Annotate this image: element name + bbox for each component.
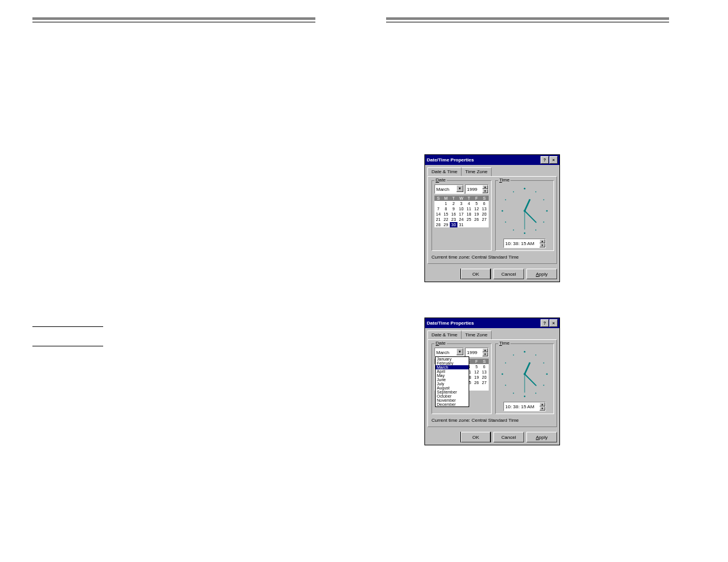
svg-point-22: [535, 393, 536, 394]
ok-button[interactable]: OK: [460, 269, 491, 279]
svg-point-26: [502, 373, 503, 375]
svg-point-12: [513, 191, 514, 193]
list-item[interactable]: June: [436, 378, 469, 382]
tab-time-zone[interactable]: Time Zone: [461, 167, 492, 176]
selected-day: 30: [450, 222, 457, 227]
calendar-header: SMTWTFS: [434, 196, 489, 201]
time-label: ime: [502, 177, 510, 183]
titlebar: Date/Time Properties ? ×: [425, 318, 559, 328]
svg-point-23: [524, 395, 526, 397]
list-item[interactable]: October: [436, 394, 469, 398]
year-value: 1999: [467, 350, 477, 355]
list-item[interactable]: November: [436, 398, 469, 402]
time-value: 10: 38: 15 AM: [505, 241, 534, 246]
timezone-status: Current time zone: Central Standard Time: [431, 254, 553, 260]
separator-line: [32, 326, 103, 327]
cancel-button[interactable]: Cancel: [493, 432, 524, 442]
up-arrow-icon[interactable]: ▲: [482, 348, 488, 352]
svg-point-7: [524, 232, 526, 234]
date-group: Date March ▼ January February March: [431, 343, 492, 414]
cancel-button[interactable]: Cancel: [493, 269, 524, 279]
dialog-title: Date/Time Properties: [427, 157, 474, 163]
chevron-down-icon[interactable]: ▼: [456, 348, 463, 355]
date-label: ate: [439, 177, 446, 183]
tab-date-time[interactable]: Date & Time: [427, 330, 462, 339]
list-item[interactable]: July: [436, 382, 469, 386]
svg-point-9: [505, 222, 506, 223]
list-item[interactable]: February: [436, 361, 469, 365]
svg-point-5: [543, 222, 545, 223]
svg-point-2: [535, 191, 536, 193]
list-item[interactable]: August: [436, 386, 469, 390]
time-value: 10: 38: 15 AM: [505, 404, 534, 409]
svg-point-11: [505, 199, 506, 200]
apply-button[interactable]: Apply: [526, 269, 557, 279]
svg-point-24: [513, 393, 514, 394]
tab-date-time[interactable]: Date & Time: [427, 167, 462, 176]
up-arrow-icon[interactable]: ▲: [539, 239, 545, 243]
month-dropdown-open[interactable]: March ▼ January February March April May…: [434, 348, 464, 357]
date-group: Date March ▼ 1999 ▲▼: [431, 180, 492, 251]
svg-point-27: [505, 362, 506, 363]
right-column: Date/Time Properties ? × Date & Time Tim…: [386, 18, 669, 562]
month-dropdown[interactable]: March ▼: [434, 184, 464, 194]
separator-line: [32, 346, 103, 346]
year-value: 1999: [467, 187, 477, 192]
month-value: March: [436, 350, 449, 355]
list-item[interactable]: September: [436, 390, 469, 394]
time-group: Time 10: 3: [495, 180, 554, 251]
svg-point-8: [513, 230, 514, 231]
titlebar: Date/Time Properties ? ×: [425, 155, 559, 165]
help-button[interactable]: ?: [541, 319, 549, 327]
up-arrow-icon[interactable]: ▲: [482, 185, 488, 189]
svg-point-28: [513, 355, 514, 356]
month-dropdown-list[interactable]: January February March April May June Ju…: [435, 356, 469, 407]
close-button[interactable]: ×: [549, 319, 558, 327]
tab-time-zone[interactable]: Time Zone: [461, 330, 492, 339]
svg-line-29: [525, 362, 530, 374]
svg-point-1: [524, 188, 526, 190]
down-arrow-icon[interactable]: ▼: [539, 243, 545, 247]
list-item[interactable]: April: [436, 369, 469, 373]
svg-point-19: [543, 362, 545, 363]
list-item[interactable]: January: [436, 357, 469, 361]
time-group: Time 10: 3: [495, 343, 554, 414]
apply-button[interactable]: Apply: [526, 432, 557, 442]
svg-point-10: [502, 210, 503, 212]
date-time-properties-dialog-expanded: Date/Time Properties ? × Date & Time Tim…: [424, 318, 560, 445]
time-input[interactable]: 10: 38: 15 AM ▲▼: [503, 239, 546, 248]
down-arrow-icon[interactable]: ▼: [482, 189, 488, 193]
down-arrow-icon[interactable]: ▼: [482, 352, 488, 356]
date-time-properties-dialog: Date/Time Properties ? × Date & Time Tim…: [424, 154, 560, 282]
list-item[interactable]: December: [436, 402, 469, 406]
chevron-down-icon[interactable]: ▼: [456, 185, 463, 192]
month-value: March: [436, 187, 449, 192]
svg-point-3: [543, 199, 545, 200]
svg-point-18: [535, 355, 536, 356]
down-arrow-icon[interactable]: ▼: [539, 406, 545, 411]
svg-point-6: [535, 230, 536, 231]
analog-clock: [498, 348, 551, 401]
dialog-title: Date/Time Properties: [427, 320, 474, 326]
svg-point-25: [505, 385, 506, 386]
year-spinner[interactable]: 1999 ▲▼: [465, 348, 489, 357]
up-arrow-icon[interactable]: ▲: [539, 402, 545, 406]
svg-point-20: [546, 373, 548, 375]
left-column: [32, 18, 315, 562]
ok-button[interactable]: OK: [460, 432, 491, 442]
svg-point-17: [524, 351, 526, 353]
timezone-status: Current time zone: Central Standard Time: [431, 418, 553, 423]
svg-point-4: [546, 210, 548, 212]
svg-point-21: [543, 385, 545, 386]
list-item[interactable]: May: [436, 373, 469, 378]
close-button[interactable]: ×: [549, 156, 558, 164]
list-item-selected[interactable]: March: [436, 365, 469, 369]
year-spinner[interactable]: 1999 ▲▼: [465, 184, 489, 194]
time-input[interactable]: 10: 38: 15 AM ▲▼: [503, 402, 546, 411]
help-button[interactable]: ?: [541, 156, 549, 164]
svg-line-13: [525, 199, 530, 211]
calendar-body[interactable]: 123456 78910111213 14151617181920 212223…: [434, 201, 489, 227]
svg-line-14: [525, 211, 536, 223]
analog-clock: [498, 184, 551, 237]
svg-line-30: [525, 374, 536, 386]
